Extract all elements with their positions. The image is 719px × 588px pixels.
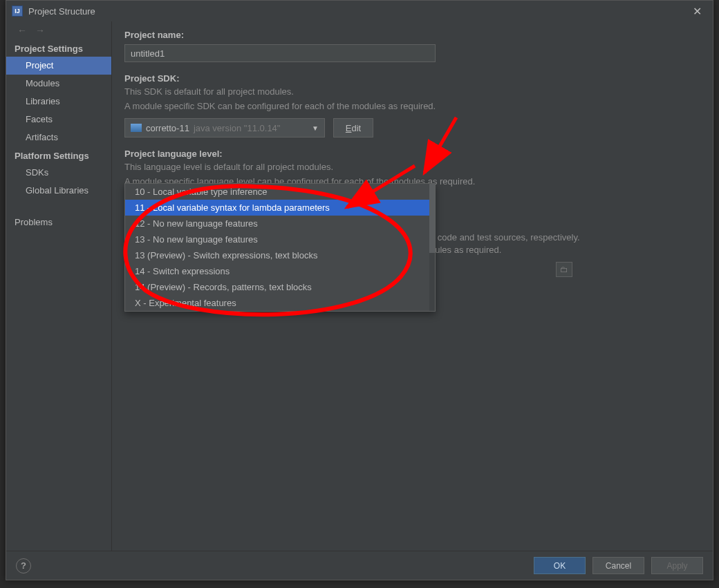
browse-folder-icon[interactable]: 🗀 xyxy=(556,262,572,277)
compiler-desc-fragment-1: n code and test sources, respectively. xyxy=(430,231,580,244)
sidebar-item-facets[interactable]: Facets xyxy=(6,111,111,129)
project-structure-dialog: IJ Project Structure ✕ ← → Project Setti… xyxy=(6,0,713,580)
back-icon[interactable]: ← xyxy=(17,25,27,36)
help-icon[interactable]: ? xyxy=(16,558,31,573)
titlebar: IJ Project Structure ✕ xyxy=(6,1,713,21)
project-sdk-combo[interactable]: corretto-11 java version "11.0.14" ▼ xyxy=(124,118,325,137)
sdk-desc-2: A module specific SDK can be configured … xyxy=(124,100,700,113)
scrollbar-thumb[interactable] xyxy=(429,184,435,253)
dropdown-option[interactable]: 14 (Preview) - Records, patterns, text b… xyxy=(125,279,435,295)
dropdown-option-selected[interactable]: 11 - Local variable syntax for lambda pa… xyxy=(125,200,435,216)
dropdown-option[interactable]: 14 - Switch expressions xyxy=(125,263,435,279)
label-project-name: Project name: xyxy=(124,30,700,40)
sdk-desc-1: This SDK is default for all project modu… xyxy=(124,86,700,98)
jdk-icon xyxy=(131,124,142,132)
sidebar-header-project: Project Settings xyxy=(6,39,111,57)
edit-label: Edit xyxy=(346,123,361,133)
sidebar-item-artifacts[interactable]: Artifacts xyxy=(6,129,111,146)
content-panel: Project name: untitled1 Project SDK: Thi… xyxy=(112,21,713,551)
ok-button[interactable]: OK xyxy=(534,557,586,574)
sidebar-item-modules[interactable]: Modules xyxy=(6,75,111,93)
forward-icon[interactable]: → xyxy=(35,25,45,36)
sidebar-header-platform: Platform Settings xyxy=(6,146,111,164)
cancel-button[interactable]: Cancel xyxy=(592,557,644,574)
lang-desc-1: This language level is default for all p… xyxy=(124,161,700,173)
nav-arrows: ← → xyxy=(6,21,111,39)
window-title: Project Structure xyxy=(28,6,95,17)
sidebar-item-global-libraries[interactable]: Global Libraries xyxy=(6,182,111,200)
dialog-body: ← → Project Settings Project Modules Lib… xyxy=(6,21,713,551)
dropdown-option[interactable]: 12 - No new language features xyxy=(125,216,435,231)
intellij-icon: IJ xyxy=(12,6,23,17)
label-project-sdk: Project SDK: xyxy=(124,73,700,84)
sdk-name: corretto-11 xyxy=(146,123,189,133)
edit-sdk-button[interactable]: Edit xyxy=(333,118,373,137)
dropdown-option[interactable]: 13 - No new language features xyxy=(125,231,435,247)
sidebar-item-libraries[interactable]: Libraries xyxy=(6,93,111,111)
close-icon[interactable]: ✕ xyxy=(687,1,707,21)
chevron-down-icon: ▼ xyxy=(312,124,319,132)
apply-button[interactable]: Apply xyxy=(651,557,703,574)
language-level-dropdown: 10 - Local variable type inference 11 - … xyxy=(124,183,436,312)
compiler-desc-fragment-2: dules as required. xyxy=(430,244,501,256)
dropdown-option[interactable]: X - Experimental features xyxy=(125,295,435,311)
sidebar-item-problems[interactable]: Problems xyxy=(6,214,111,231)
button-bar: ? OK Cancel Apply xyxy=(6,551,713,580)
dropdown-option[interactable]: 13 (Preview) - Switch expressions, text … xyxy=(125,247,435,263)
sidebar: ← → Project Settings Project Modules Lib… xyxy=(6,21,112,551)
project-name-value: untitled1 xyxy=(131,48,165,59)
project-name-input[interactable]: untitled1 xyxy=(124,44,436,62)
label-language-level: Project language level: xyxy=(124,149,700,159)
sdk-version: java version "11.0.14" xyxy=(194,123,281,133)
sidebar-item-project[interactable]: Project xyxy=(6,57,111,75)
dropdown-option[interactable]: 10 - Local variable type inference xyxy=(125,184,435,200)
sidebar-item-sdks[interactable]: SDKs xyxy=(6,164,111,182)
